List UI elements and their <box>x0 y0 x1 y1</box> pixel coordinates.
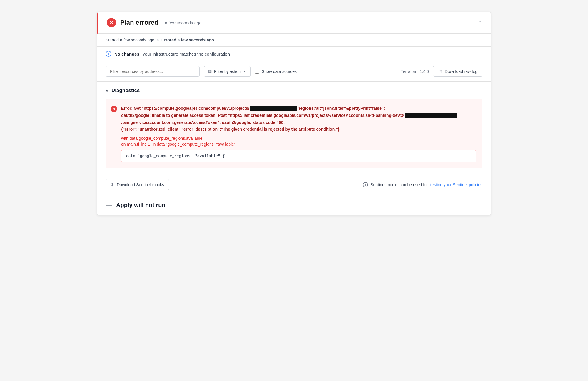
error-box: Error: Get "https://compute.googleapis.c… <box>106 99 482 168</box>
breadcrumb-separator: > <box>157 38 159 42</box>
sentinel-info-icon: i <box>363 182 368 187</box>
show-data-sources-text: Show data sources <box>262 69 297 74</box>
error-on-text: on main.tf line 1, in data "google_compu… <box>121 142 476 147</box>
plan-header: Plan errored a few seconds ago ⌃ <box>97 12 491 34</box>
error-code-block: data "google_compute_regions" "available… <box>121 150 476 162</box>
document-icon: 🖹 <box>438 69 442 74</box>
error-text-part1: Error: Get "https://compute.googleapis.c… <box>121 106 249 111</box>
plan-title: Plan errored <box>120 19 158 26</box>
diagnostics-title: Diagnostics <box>111 88 140 94</box>
download-icon: ↧ <box>111 182 114 187</box>
terraform-version: Terraform 1.4.6 <box>401 69 429 74</box>
error-text-part3: oauth2/google: unable to generate access… <box>121 113 404 118</box>
error-content: Error: Get "https://compute.googleapis.c… <box>121 105 476 162</box>
info-circle-icon: i <box>106 51 111 57</box>
error-text-part2: /regions?alt=json&filter=&prettyPrint=fa… <box>298 106 385 111</box>
diagnostics-header[interactable]: ∨ Diagnostics <box>106 88 482 94</box>
error-icon <box>111 106 117 112</box>
filter-action-button[interactable]: ▦ Filter by action ▼ <box>204 66 251 77</box>
download-raw-log-button[interactable]: 🖹 Download raw log <box>433 66 482 77</box>
show-data-sources-checkbox[interactable] <box>255 69 259 74</box>
filter-address-input[interactable] <box>106 66 200 77</box>
sentinel-info: i Sentinel mocks can be used for testing… <box>363 182 482 187</box>
sentinel-text: Sentinel mocks can be used for <box>370 182 428 187</box>
breadcrumb-current: Errored a few seconds ago <box>161 38 214 42</box>
download-raw-label: Download raw log <box>445 69 477 74</box>
error-text-part5: {"error":"unauthorized_client","error_de… <box>121 127 339 132</box>
no-changes-bar: i No changes Your infrastructure matches… <box>97 47 491 61</box>
no-changes-description: Your infrastructure matches the configur… <box>142 51 230 56</box>
error-text-part4: .iam.gserviceaccount.com:generateAccessT… <box>121 120 285 125</box>
redacted-account <box>405 113 457 118</box>
error-main-text: Error: Get "https://compute.googleapis.c… <box>121 105 476 133</box>
diagnostics-chevron-icon: ∨ <box>106 88 108 93</box>
download-sentinel-label: Download Sentinel mocks <box>117 182 164 187</box>
filter-bar: ▦ Filter by action ▼ Show data sources T… <box>97 61 491 82</box>
no-changes-label: No changes <box>114 51 139 56</box>
plan-time: a few seconds ago <box>165 20 202 25</box>
error-with-text: with data.google_compute_regions.availab… <box>121 136 476 141</box>
show-data-sources-label[interactable]: Show data sources <box>255 69 297 74</box>
collapse-icon[interactable]: ⌃ <box>477 19 482 26</box>
error-code-line: data "google_compute_regions" "available… <box>126 154 225 158</box>
breadcrumb-start: Started a few seconds ago <box>106 38 154 42</box>
bottom-bar: ↧ Download Sentinel mocks i Sentinel moc… <box>97 174 491 195</box>
sentinel-policies-link[interactable]: testing your Sentinel policies <box>430 182 482 187</box>
redacted-project-id <box>250 106 297 111</box>
apply-dash-icon: — <box>106 202 112 209</box>
chevron-down-icon: ▼ <box>243 70 246 73</box>
download-sentinel-button[interactable]: ↧ Download Sentinel mocks <box>106 179 169 190</box>
filter-action-label: Filter by action <box>214 69 241 74</box>
main-panel: Plan errored a few seconds ago ⌃ Started… <box>97 12 491 215</box>
plan-header-left: Plan errored a few seconds ago <box>107 18 202 27</box>
error-circle-icon <box>107 18 116 27</box>
apply-section: — Apply will not run <box>97 195 491 215</box>
diagnostics-section: ∨ Diagnostics Error: Get "https://comput… <box>97 82 491 174</box>
apply-title: Apply will not run <box>116 202 166 209</box>
breadcrumb: Started a few seconds ago > Errored a fe… <box>97 34 491 47</box>
filter-icon: ▦ <box>208 69 212 74</box>
